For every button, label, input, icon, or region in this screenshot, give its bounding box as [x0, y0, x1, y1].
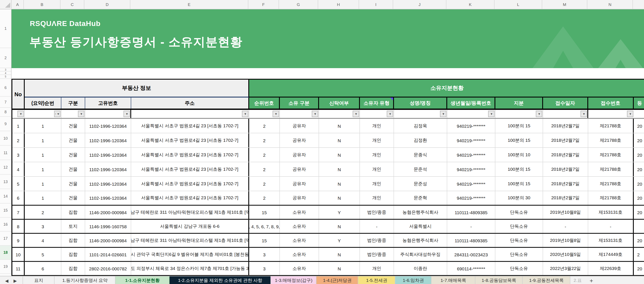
cell-birth-regno[interactable]: - — [447, 220, 495, 233]
cell-receipt-date[interactable]: 2018년2월7일 — [543, 119, 588, 133]
cell-uid[interactable]: 1102-1996-120364 — [85, 133, 131, 147]
filter-dropdown-button[interactable]: ▼ — [18, 111, 24, 117]
cell-birth-regno[interactable]: 110111-4809385 — [447, 206, 495, 219]
cell-receipt-no[interactable]: 제174449호 — [588, 248, 634, 261]
cell-address[interactable]: 서울특별시 서초구 법원로4길 23 [서초동 1702-7] — [131, 119, 249, 133]
row-header[interactable]: 6 — [0, 79, 11, 97]
row-header[interactable]: 1 — [0, 9, 11, 48]
cell-rank[interactable]: , 4, 5, 6, 7, 8, 9, — [249, 220, 280, 233]
row-header[interactable]: 19 — [0, 260, 11, 274]
cell-rank[interactable]: 3 — [249, 262, 280, 275]
filter-dropdown-button[interactable]: ▼ — [242, 111, 248, 117]
cell-seq[interactable]: 1 — [25, 162, 61, 176]
cell-type[interactable]: 집합 — [61, 234, 85, 247]
cell-owner-type[interactable]: 개인 — [360, 133, 394, 147]
cell-receipt-no[interactable]: 제21788호 — [588, 148, 634, 162]
cell-owner-type[interactable]: 개인 — [360, 262, 394, 275]
cell-cut-column[interactable] — [634, 220, 644, 233]
cell-cut-column[interactable]: 2 — [634, 248, 644, 261]
cell-receipt-no[interactable]: 제153131호 — [588, 206, 634, 219]
column-header[interactable]: H — [318, 0, 359, 9]
row-header[interactable]: 17 — [0, 232, 11, 246]
column-header[interactable]: J — [393, 0, 446, 9]
cell-trust[interactable]: N — [319, 133, 360, 147]
cell-trust[interactable]: N — [319, 177, 360, 191]
cell-address[interactable]: 서울특별시 서초구 법원로4길 23 [서초동 1702-7] — [131, 191, 249, 205]
sheet-tab[interactable]: 1-9.공동전세목록 — [523, 276, 570, 284]
cell-share[interactable]: 100분의 15 — [495, 119, 543, 133]
cell-ownership-type[interactable]: 공유자 — [280, 119, 319, 133]
cell-share[interactable]: 100분의 15 — [495, 162, 543, 176]
cell-type[interactable]: 건물 — [61, 177, 85, 191]
select-all-button[interactable] — [0, 0, 12, 8]
filter-dropdown-button[interactable]: ▼ — [78, 111, 84, 117]
cell-receipt-date[interactable]: 2018년2월7일 — [543, 148, 588, 162]
cell-owner-type[interactable]: 개인 — [360, 119, 394, 133]
row-header[interactable]: 9 — [0, 117, 11, 131]
filter-dropdown-button[interactable]: ▼ — [440, 111, 446, 117]
filter-dropdown-button[interactable]: ▼ — [387, 111, 393, 117]
cell-share[interactable]: 100분의 15 — [495, 177, 543, 191]
cell-ownership-type[interactable]: 공유자 — [280, 177, 319, 191]
sheet-tab[interactable]: 1-4.(근)저당권 — [317, 276, 358, 284]
cell-receipt-date[interactable]: 2020년10월5일 — [543, 248, 588, 261]
sheet-tab[interactable]: 1-5.전세권 — [358, 276, 396, 284]
cell-cut-column[interactable]: 20 — [634, 133, 644, 147]
cell-receipt-no[interactable]: 제153131호 — [588, 234, 634, 247]
cell-address[interactable]: 시 강남구 테헤란로 311 아남타워현대오피스텔 제1층 제101호 [역삼동 — [131, 206, 249, 219]
cell-owner-type[interactable]: 개인 — [360, 162, 394, 176]
cell-seq[interactable]: 1 — [25, 133, 61, 147]
cell-share[interactable]: 단독소유 — [495, 220, 543, 233]
cell-address[interactable]: 서울특별시 강남구 개포동 6-6 — [131, 220, 249, 233]
row-header[interactable]: 15 — [0, 204, 11, 218]
cell-ownership-type[interactable]: 소유자 — [280, 220, 319, 233]
cell-receipt-no[interactable]: 제21788호 — [588, 177, 634, 191]
filter-dropdown-button[interactable]: ▼ — [627, 111, 633, 117]
cell-type[interactable]: 건물 — [61, 162, 85, 176]
cell-receipt-date[interactable]: 2018년2월7일 — [543, 177, 588, 191]
row-header[interactable]: 10 — [0, 131, 11, 146]
filter-dropdown-button[interactable]: ▼ — [272, 111, 279, 117]
cell-owner-type[interactable]: 개인 — [360, 191, 394, 205]
cell-name[interactable]: 문종식 — [394, 148, 447, 162]
cell-ownership-type[interactable]: 공유자 — [280, 133, 319, 147]
cell-rank[interactable]: 2 — [249, 191, 280, 205]
filter-dropdown-button[interactable]: ▼ — [536, 111, 542, 117]
cell-share[interactable]: 단독소유 — [495, 262, 543, 275]
sheet-tab[interactable]: 1-2.소유지분을 제외한 소유권에 관한 사항 — [170, 276, 271, 284]
cell-seq[interactable]: 6 — [25, 262, 61, 275]
column-header[interactable]: M — [542, 0, 587, 9]
cell-address[interactable]: 특별시 관악구 국회단지6길 9 벨유어블 제지층 제비01호 [봉천동 635 — [131, 248, 249, 261]
cell-share[interactable]: 100분의 10 — [495, 148, 543, 162]
cell-no[interactable]: 5 — [12, 177, 25, 191]
cell-seq[interactable]: 2 — [25, 206, 61, 219]
cell-owner-type[interactable]: 법인/종중 — [360, 248, 394, 261]
filter-dropdown-button[interactable]: ▼ — [312, 111, 318, 117]
cell-rank[interactable]: 15 — [249, 206, 280, 219]
cell-birth-regno[interactable]: 940219-******* — [447, 133, 495, 147]
cell-address[interactable]: 서울특별시 서초구 법원로4길 23 [서초동 1702-7] — [131, 148, 249, 162]
cell-name[interactable]: 주식회사대성하우징 — [394, 248, 447, 261]
cell-ownership-type[interactable]: 공유자 — [280, 162, 319, 176]
cell-cut-column[interactable]: 20 — [634, 234, 644, 247]
cell-name[interactable]: 문준성 — [394, 177, 447, 191]
cell-rank[interactable]: 2 — [249, 148, 280, 162]
cell-uid[interactable]: 1102-1996-120364 — [85, 119, 131, 133]
row-header[interactable]: 14 — [0, 189, 11, 204]
cell-trust[interactable]: N — [319, 262, 360, 275]
sheet-tab[interactable]: 2.표 — [570, 276, 585, 284]
column-header[interactable]: N — [587, 0, 633, 9]
cell-uid[interactable]: 2802-2016-000782 — [85, 262, 131, 275]
cell-receipt-no[interactable]: - — [588, 220, 634, 233]
cell-type[interactable]: 건물 — [61, 119, 85, 133]
sheet-tab[interactable]: 1-8.공동담보목록 — [476, 276, 523, 284]
filter-dropdown-button[interactable]: ▼ — [353, 111, 359, 117]
cell-type[interactable]: 집합 — [61, 206, 85, 219]
row-header[interactable]: 4 — [0, 72, 11, 75]
cell-type[interactable]: 건물 — [61, 133, 85, 147]
cell-rank[interactable]: 2 — [249, 119, 280, 133]
cell-rank[interactable]: 15 — [249, 234, 280, 247]
cell-name[interactable]: 문준석 — [394, 162, 447, 176]
row-header[interactable]: 5 — [0, 75, 11, 79]
row-header[interactable]: 8 — [0, 108, 11, 117]
